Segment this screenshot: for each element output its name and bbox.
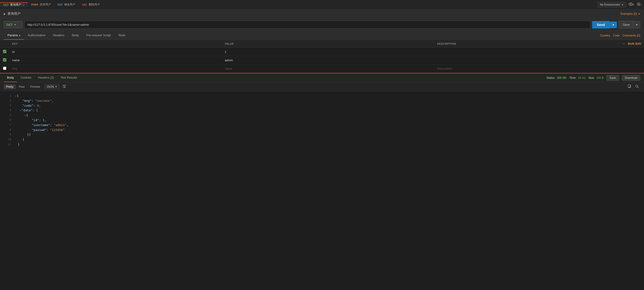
req-tab-body[interactable]: Body [68, 31, 83, 40]
tab-method-put-user: PUT [58, 3, 63, 6]
code-brace: , [66, 123, 68, 127]
tab-method-get-user: GET [3, 4, 9, 6]
response-tabs-left: BodyCookiesHeaders (2)Test Results [4, 73, 80, 82]
code-key: "msg" [22, 99, 32, 102]
more-options-icon[interactable]: ··· [621, 42, 626, 46]
param-empty-value[interactable] [225, 66, 432, 71]
param-checkbox-row-name[interactable] [3, 58, 6, 62]
resp-tab-headers[interactable]: Headers (2) [35, 73, 58, 82]
svg-rect-4 [628, 85, 630, 87]
gear-icon[interactable] [635, 1, 642, 8]
line-number: 6 [4, 118, 11, 122]
code-brace: { [17, 94, 19, 97]
response-tab-bar: BodyCookiesHeaders (2)Test Results Statu… [0, 73, 644, 82]
tab-close-get-user[interactable]: × [23, 3, 24, 7]
list-item: 10] [0, 137, 644, 142]
param-desc-row-id[interactable] [437, 50, 641, 54]
line-content: "code": 0, [15, 103, 640, 108]
param-value-row-name[interactable] [225, 58, 432, 62]
code-brace: : [34, 104, 37, 107]
environment-select[interactable]: No Environment ▼ [597, 2, 626, 8]
code-brace: , [39, 104, 41, 107]
request-title: 查询用户 [8, 12, 20, 16]
url-input[interactable] [24, 21, 590, 29]
eye-icon[interactable] [627, 2, 634, 8]
send-dropdown-button[interactable]: ▼ [610, 22, 617, 28]
wrap-icon[interactable] [61, 84, 68, 89]
format-tab-preview[interactable]: Preview [28, 84, 42, 89]
request-tabs-left: ParamsAuthorizationHeadersBodyPre-reques… [4, 31, 129, 40]
param-key-row-name[interactable] [12, 58, 219, 62]
response-status-bar: Status: 200 OK Time: 16 ms Size: 166 B S… [546, 75, 640, 81]
req-tab-authorization[interactable]: Authorization [24, 31, 49, 40]
code-key: "passwd" [32, 128, 46, 132]
format-json-label: JSON [46, 85, 54, 88]
params-check-header [0, 40, 9, 48]
send-button[interactable]: Send [592, 21, 610, 29]
code-str: "123456" [50, 128, 65, 132]
examples-link[interactable]: Examples (0) ▼ [620, 12, 640, 16]
line-number: 5 [4, 113, 11, 117]
bulk-edit-link[interactable]: Bulk Edit [628, 42, 641, 45]
resp-tab-test-results[interactable]: Test Results [57, 73, 80, 82]
fold-arrow-icon[interactable]: ▾ [24, 114, 26, 117]
line-content: ▾{ [15, 94, 640, 98]
request-name-bar: ▶ 查询用户 Examples (0) ▼ [0, 9, 644, 19]
copy-icon[interactable] [626, 84, 632, 90]
tab-del-user[interactable]: DEL删除用户 [79, 3, 104, 7]
code-brace: : [50, 123, 54, 127]
resp-tab-body[interactable]: Body [4, 73, 17, 82]
response-save-button[interactable]: Save [606, 75, 619, 81]
param-key-row-id[interactable] [12, 50, 219, 54]
param-empty-key[interactable] [12, 66, 219, 71]
tab-label-del-user: 删除用户 [89, 3, 100, 7]
list-item: 7"username": "admin", [0, 123, 644, 128]
format-select[interactable]: JSON ▼ [44, 84, 59, 89]
list-item: 6"id": 1, [0, 118, 644, 123]
params-value-header: VALUE [222, 40, 434, 48]
tab-put-user[interactable]: PUT修改用户 [54, 3, 79, 7]
fold-arrow-icon[interactable]: ▾ [15, 95, 16, 97]
req-tab-headers[interactable]: Headers [49, 31, 68, 40]
format-tab-pretty[interactable]: Pretty [4, 84, 16, 89]
req-link-cookies[interactable]: Cookies [600, 34, 610, 37]
time-label: Time: 16 ms [569, 76, 586, 80]
save-button[interactable]: Save [619, 21, 634, 29]
req-link-code[interactable]: Code [613, 34, 620, 37]
code-brace: , [44, 118, 46, 122]
tab-method-post-user: POST [31, 3, 38, 6]
download-button[interactable]: Download [622, 75, 640, 81]
method-select[interactable]: GET ▼ [4, 21, 22, 28]
req-link-comments[interactable]: Comments (0) [622, 34, 640, 37]
param-empty-desc[interactable] [437, 66, 641, 71]
status-text: Status: [546, 76, 555, 80]
req-tab-params[interactable]: Params [4, 31, 24, 40]
param-value-row-id[interactable] [225, 50, 432, 54]
method-label: GET [6, 23, 12, 27]
line-content: "username": "admin", [15, 123, 640, 128]
param-desc-row-name[interactable] [437, 58, 641, 62]
line-number: 2 [4, 98, 11, 103]
table-row [0, 56, 644, 65]
fold-arrow-icon[interactable]: ▾ [20, 109, 21, 112]
url-bar: GET ▼ Send ▼ Save ▼ [0, 19, 644, 31]
param-checkbox-row-id[interactable] [3, 50, 6, 53]
line-number: 10 [4, 137, 11, 142]
save-dropdown-button[interactable]: ▼ [634, 21, 640, 28]
tab-label-get-user: 查询用户 [10, 3, 21, 7]
code-key: "id" [32, 118, 39, 122]
param-checkbox-empty[interactable] [3, 67, 6, 70]
save-btn-group: Save ▼ [619, 21, 640, 29]
code-key: "data" [22, 108, 32, 112]
req-tab-prerequest[interactable]: Pre-request Script [82, 31, 114, 40]
list-item: 2"msg": "success", [0, 98, 644, 103]
line-content: ▾{ [15, 113, 640, 118]
req-tab-tests[interactable]: Tests [114, 31, 129, 40]
tab-post-user[interactable]: POST添加用户 [28, 3, 54, 7]
table-row [0, 65, 644, 73]
resp-tab-cookies[interactable]: Cookies [17, 73, 35, 82]
search-icon[interactable] [634, 84, 640, 90]
code-brace: ] [22, 138, 24, 141]
format-tab-raw[interactable]: Raw [16, 84, 27, 89]
tab-get-user[interactable]: GET查询用户× [0, 2, 28, 7]
